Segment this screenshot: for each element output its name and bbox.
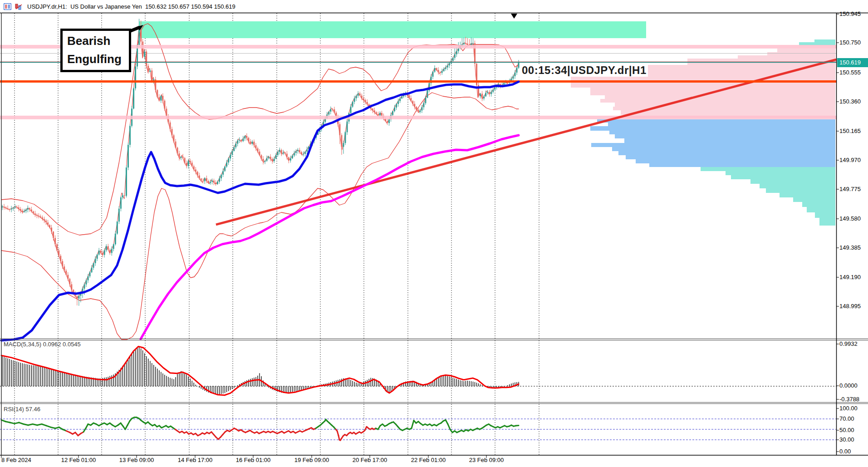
bearish-engulfing-annotation[interactable]: Bearish Engulfing [60, 29, 131, 72]
candle-countdown-label[interactable]: 00:15:34|USDJPY.dr|H1 [520, 64, 648, 77]
rsi-axis-label: 0.00 [839, 448, 851, 455]
date-axis-label: 23 Feb 09:00 [469, 457, 504, 463]
price-axis-label: 150.555 [839, 69, 861, 76]
date-axis-label: 16 Feb 01:00 [236, 457, 271, 463]
rsi-axis-label: 30.00 [839, 436, 854, 443]
date-axis-label: 12 Feb 01:00 [61, 457, 96, 463]
price-axis-label: 150.945 [839, 10, 861, 17]
macd-indicator-label: MACD(5,34,5) 0.0962 0.0545 [4, 341, 81, 348]
date-axis-label: 20 Feb 17:00 [353, 457, 387, 463]
price-axis-label: 149.190 [839, 274, 861, 280]
rsi-indicator-label: RSI(14) 57.46 [4, 406, 40, 413]
rsi-axis-label: 70.00 [839, 415, 854, 422]
date-axis-label: 14 Feb 17:00 [178, 457, 213, 463]
price-axis-label: 149.775 [839, 186, 861, 192]
pink-level-band [0, 116, 836, 119]
date-axis-label: 19 Feb 09:00 [294, 457, 329, 463]
price-axis-label: 150.165 [839, 128, 861, 134]
price-axis-label: 149.970 [839, 157, 861, 163]
bearish-engulfing-line1: Bearish [67, 32, 129, 50]
price-axis-label: 150.360 [839, 98, 861, 105]
rsi-axis-label: 100.00 [839, 405, 858, 412]
mt5-chart-window: USDJPY.dr,H1: US Dollar vs Japanese Yen … [0, 0, 868, 467]
resistance-zone [139, 21, 646, 38]
date-axis-label: 13 Feb 09:00 [119, 457, 154, 463]
macd-axis-label: 0.9932 [839, 340, 858, 347]
date-axis-label: 8 Feb 2024 [1, 457, 31, 463]
bearish-engulfing-line2: Engulfing [67, 50, 129, 68]
price-axis-label: 150.750 [839, 39, 861, 46]
price-axis-label: 149.580 [839, 215, 861, 222]
current-price-tag: 150.619 [837, 58, 868, 67]
macd-axis-label: -0.3788 [839, 396, 859, 403]
date-axis-label: 22 Feb 01:00 [411, 457, 446, 463]
price-axis-label: 148.995 [839, 303, 861, 310]
macd-axis-label: 0.0000 [839, 382, 858, 389]
rsi-axis-label: 50.00 [839, 427, 854, 433]
price-axis-label: 149.385 [839, 244, 861, 251]
